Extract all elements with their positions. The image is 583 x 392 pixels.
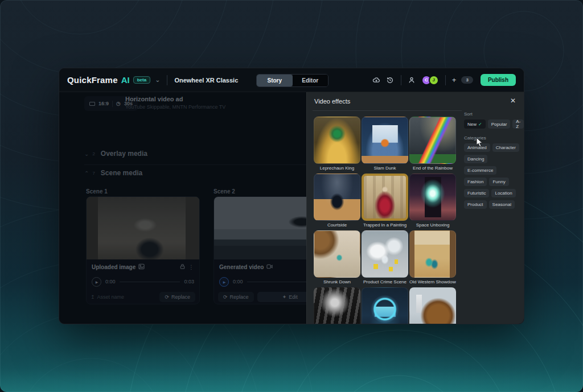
collaborator-avatars: C J	[421, 75, 439, 85]
effect-card[interactable]	[362, 287, 408, 324]
effect-card[interactable]: Courtside	[314, 174, 360, 228]
check-icon: ✓	[478, 122, 482, 127]
members-icon[interactable]	[408, 76, 416, 84]
effect-thumbnail	[314, 230, 360, 278]
chevron-down-icon[interactable]: ⌄	[155, 76, 160, 84]
effect-name: Product Crime Scene	[362, 279, 408, 285]
cloud-save-icon[interactable]	[372, 76, 381, 84]
category-funny[interactable]: Funny	[489, 178, 508, 186]
category-chips: Animated Character Dancing E-commerce Fa…	[464, 143, 520, 209]
effect-thumbnail	[409, 117, 456, 164]
panel-title: Video effects	[314, 98, 350, 105]
effect-thumbnail	[362, 174, 408, 221]
sort-options: New ✓ Popular A-Z	[464, 119, 521, 129]
sort-popular-button[interactable]: Popular	[488, 119, 511, 129]
effect-thumbnail	[362, 230, 408, 278]
effect-card[interactable]	[409, 287, 456, 324]
category-ecommerce[interactable]: E-commerce	[464, 166, 496, 175]
tab-story[interactable]: Story	[257, 75, 293, 86]
category-futuristic[interactable]: Futuristic	[464, 189, 489, 197]
desktop-background: QuickFrame AI beta ⌄ Onewheel XR Classic…	[0, 0, 583, 392]
effect-thumbnail	[362, 287, 408, 324]
effect-card[interactable]: Slam Dunk	[362, 117, 408, 171]
divider	[167, 75, 167, 85]
effect-card[interactable]: Leprechaun King	[314, 117, 360, 171]
brand-name: QuickFrame	[67, 75, 118, 85]
category-location[interactable]: Location	[491, 189, 515, 197]
effect-thumbnail	[409, 287, 456, 324]
sort-new-label: New	[467, 122, 477, 127]
divider	[401, 75, 401, 85]
effect-card[interactable]: Old Western Showdown	[409, 230, 456, 285]
sort-label: Sort	[464, 112, 521, 117]
history-icon[interactable]	[386, 76, 395, 84]
effect-card[interactable]	[314, 287, 360, 324]
effect-card[interactable]: Trapped In a Painting	[362, 174, 408, 228]
effect-card[interactable]: End of the Rainbow	[409, 117, 456, 171]
category-product[interactable]: Product	[464, 200, 487, 209]
close-icon[interactable]: ✕	[510, 97, 516, 105]
view-switcher: Story Editor	[256, 74, 329, 87]
effect-name: Space Unboxing	[409, 222, 456, 228]
header-actions: C J + 3 Publish	[372, 74, 516, 86]
effect-thumbnail	[314, 117, 360, 164]
project-title: Onewheel XR Classic	[174, 77, 238, 84]
effect-name: Courtside	[314, 222, 360, 228]
video-effects-panel: Video effects ✕ Leprechaun King Slam Dun…	[306, 92, 524, 324]
effect-thumbnail	[409, 174, 456, 221]
effects-grid: Leprechaun King Slam Dunk End of the Rai…	[314, 117, 457, 324]
sort-new-button[interactable]: New ✓	[464, 119, 486, 129]
mouse-cursor	[476, 137, 483, 147]
app-window: QuickFrame AI beta ⌄ Onewheel XR Classic…	[59, 68, 524, 324]
top-bar: QuickFrame AI beta ⌄ Onewheel XR Classic…	[59, 68, 524, 92]
effect-thumbnail	[314, 287, 360, 324]
brand-logo[interactable]: QuickFrame AI beta ⌄	[67, 75, 160, 85]
tab-editor[interactable]: Editor	[293, 75, 329, 86]
effect-thumbnail	[362, 117, 408, 164]
effect-card[interactable]: Space Unboxing	[409, 174, 456, 228]
publish-button[interactable]: Publish	[481, 74, 516, 86]
category-dancing[interactable]: Dancing	[464, 155, 487, 163]
effect-name: Trapped In a Painting	[362, 222, 408, 228]
effect-card[interactable]: Product Crime Scene	[362, 230, 408, 285]
effect-name: Slam Dunk	[362, 166, 408, 171]
avatar[interactable]: J	[429, 75, 439, 85]
effect-name: End of the Rainbow	[409, 166, 456, 171]
sort-az-button[interactable]: A-Z	[512, 119, 524, 129]
more-collaborators-count[interactable]: 3	[461, 76, 473, 84]
effect-card[interactable]: Shrunk Down	[314, 230, 360, 285]
effect-name: Old Western Showdown	[409, 279, 456, 285]
category-character[interactable]: Character	[492, 143, 519, 152]
filter-sidebar: Sort New ✓ Popular A-Z Categories Animat…	[464, 112, 521, 209]
category-seasonal[interactable]: Seasonal	[489, 200, 515, 209]
divider	[445, 75, 446, 85]
effect-name: Shrunk Down	[314, 279, 360, 285]
brand-suffix: AI	[121, 75, 130, 85]
add-collaborator-button[interactable]: +	[452, 76, 457, 84]
beta-badge: beta	[133, 76, 150, 84]
categories-label: Categories	[464, 135, 521, 141]
effect-thumbnail	[314, 174, 360, 221]
effect-thumbnail	[409, 230, 456, 278]
divider	[313, 110, 462, 111]
effect-name: Leprechaun King	[314, 166, 360, 171]
category-fashion[interactable]: Fashion	[464, 178, 487, 186]
